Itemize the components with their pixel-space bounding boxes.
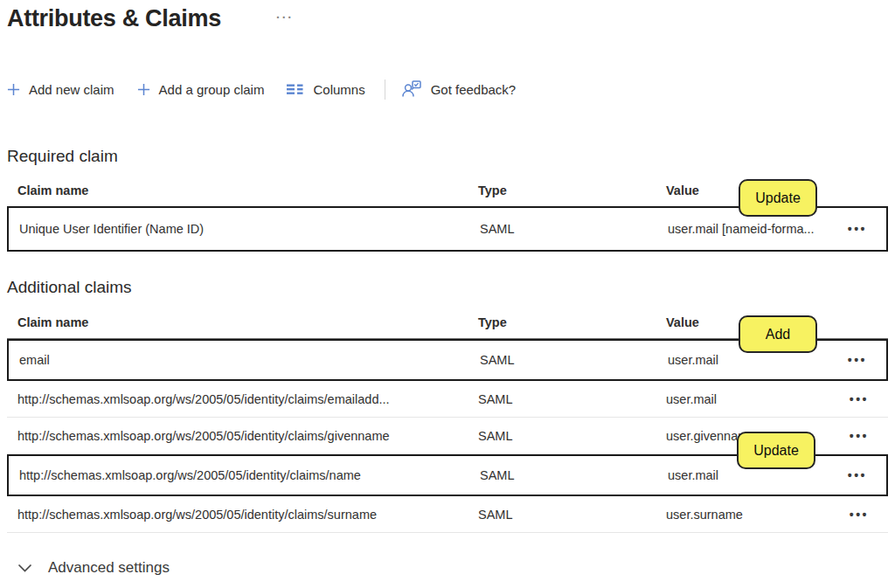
row-more-icon[interactable]: ••• [848,221,867,237]
columns-label: Columns [313,82,364,97]
got-feedback-button[interactable]: Got feedback? [401,80,517,99]
claim-row-emailaddress[interactable]: http://schemas.xmlsoap.org/ws/2005/05/id… [7,381,888,418]
column-header-type: Type [478,183,666,197]
toolbar-divider [385,80,385,100]
claim-value-cell: user.mail [666,392,836,406]
claim-value-cell: user.mail [668,468,834,482]
required-claim-heading: Required claim [7,147,118,166]
claim-name-cell: http://schemas.xmlsoap.org/ws/2005/05/id… [7,392,478,406]
column-header-claim-name: Claim name [7,183,478,197]
command-bar: Add new claim Add a group claim Columns [7,75,538,103]
advanced-settings-toggle[interactable]: Advanced settings [17,559,170,577]
claim-type-cell: SAML [480,222,668,236]
claim-value-cell: user.surname [666,508,836,522]
plus-icon [137,83,150,96]
claim-type-cell: SAML [480,468,668,482]
claim-name-cell: http://schemas.xmlsoap.org/ws/2005/05/id… [7,429,478,443]
claim-value-cell: user.mail [668,353,834,367]
claim-row-surname[interactable]: http://schemas.xmlsoap.org/ws/2005/05/id… [7,496,888,533]
annotation-badge-update: Update [737,432,815,469]
row-more-icon[interactable]: ••• [850,507,869,522]
column-header-claim-name: Claim name [7,315,478,329]
add-group-claim-button[interactable]: Add a group claim [137,82,265,97]
column-header-type: Type [478,315,666,329]
row-more-icon[interactable]: ••• [850,428,869,444]
claim-type-cell: SAML [478,392,666,406]
row-more-icon[interactable]: ••• [848,352,867,368]
advanced-settings-label: Advanced settings [48,559,170,577]
claim-name-cell: email [9,353,480,367]
chevron-down-icon [17,564,32,573]
page-more-icon[interactable]: ··· [276,10,294,24]
claim-type-cell: SAML [478,508,666,522]
claim-type-cell: SAML [478,429,666,443]
add-new-claim-label: Add new claim [29,82,114,97]
add-group-claim-label: Add a group claim [159,82,265,97]
claim-value-cell: user.mail [nameid-forma... [668,222,834,236]
annotation-badge-add: Add [739,315,817,353]
claim-name-cell: Unique User Identifier (Name ID) [9,222,480,236]
claim-name-cell: http://schemas.xmlsoap.org/ws/2005/05/id… [9,468,480,482]
columns-button[interactable]: Columns [287,82,364,97]
row-more-icon[interactable]: ••• [850,391,869,407]
plus-icon [7,83,20,96]
additional-claims-heading: Additional claims [7,278,132,297]
row-more-icon[interactable]: ••• [848,467,867,483]
add-new-claim-button[interactable]: Add new claim [7,82,114,97]
feedback-icon [401,80,422,99]
annotation-badge-update: Update [739,179,817,217]
got-feedback-label: Got feedback? [431,82,517,97]
claim-name-cell: http://schemas.xmlsoap.org/ws/2005/05/id… [7,508,478,522]
claim-type-cell: SAML [480,353,668,367]
columns-icon [287,82,304,96]
page-title: Attributes & Claims [7,5,221,32]
